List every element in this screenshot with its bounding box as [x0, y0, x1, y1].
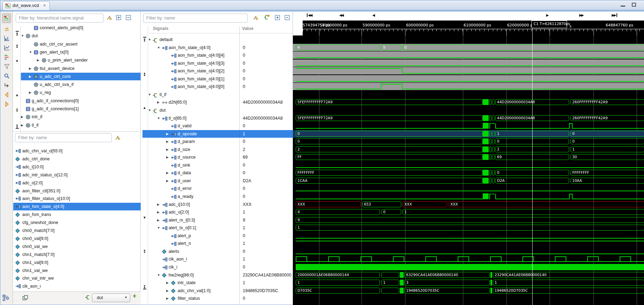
wave-row-aon-fsm-state-o404[interactable]: [293, 51, 644, 59]
signal-row-adc-o20[interactable]: ▶adc_o[2:0]1: [141, 208, 293, 216]
wave-ruler[interactable]: 574394757 ps580000000 ps590000000 ps6000…: [303, 21, 644, 35]
tree-item-tl-if[interactable]: ▶tl_if: [21, 121, 141, 129]
signal-row-alert-tx-o01[interactable]: ▼alert_tx_o[0:1]1: [141, 224, 293, 232]
list-item-adc-o20[interactable]: adc_o[2:0]: [13, 179, 141, 187]
maximize-button[interactable]: [632, 3, 636, 7]
tree-item-gen-alert-tx0[interactable]: ▼Ggen_alert_tx[0]: [21, 48, 141, 56]
expander-down-icon[interactable]: ▼: [157, 224, 161, 232]
jump-pgdn-button[interactable]: ▼▼: [14, 109, 20, 114]
tree-item-g-adc-if-connections1[interactable]: Gg_adc_if_connections[1]: [21, 105, 141, 113]
list-item-adc-chn-val-o550[interactable]: adc_chn_val_o[55:0]: [13, 147, 141, 155]
magnifier-icon[interactable]: [2, 71, 11, 80]
signal-row-aon-fsm-state-o401[interactable]: aon_fsm_state_o[4:0][1]0: [141, 75, 293, 83]
signal-row-alert-n[interactable]: alert_n1: [141, 240, 293, 247]
signal-row-clk-i[interactable]: clk_i0: [141, 263, 293, 271]
list-item-chn0-match70[interactable]: chn0_match[7:0]: [13, 227, 141, 234]
new-group-icon[interactable]: [85, 295, 90, 301]
wave-row-d-size[interactable]: 221: [293, 146, 644, 153]
wave-row-alert-p[interactable]: [293, 232, 644, 240]
expander-right-icon[interactable]: ▶: [29, 65, 33, 72]
expander-right-icon[interactable]: ▶: [37, 56, 41, 64]
wave-row-adc-i100[interactable]: XXX653XXXXXX: [293, 201, 644, 208]
wave-row-clk-aon-i[interactable]: [293, 255, 644, 263]
list-item-aon-fsm-trans[interactable]: aon_fsm_trans: [13, 211, 141, 218]
tree-item-intr-if[interactable]: ▶intr_if: [21, 113, 141, 121]
expander-down-icon[interactable]: ▼: [148, 106, 152, 114]
expander-right-icon[interactable]: ▶: [166, 169, 170, 177]
signal-row-aon-fsm-state-o400[interactable]: aon_fsm_state_o[4:0][0]0: [141, 83, 293, 90]
signals-filter-input[interactable]: [143, 14, 248, 23]
expander-down-icon[interactable]: ▼: [148, 91, 152, 98]
list-item-cfg-oneshot-done[interactable]: cfg_oneshot_done: [13, 219, 141, 226]
wave-row-d-user[interactable]: 1CAAD2A10AA: [293, 177, 644, 185]
expander-right-icon[interactable]: ▶: [166, 279, 170, 287]
list-item-chn1-val90[interactable]: chn1_val[9:0]: [13, 259, 141, 266]
expander-right-icon[interactable]: ▶: [166, 153, 170, 161]
jump-pgup-button[interactable]: ▲▲: [14, 44, 20, 50]
prev-edge-icon[interactable]: [2, 90, 11, 99]
collapse-all-icon[interactable]: [285, 15, 290, 21]
tree-item-u-prim-alert-sender[interactable]: ▶u_prim_alert_sender: [21, 56, 141, 64]
scope-combobox[interactable]: dut ▾: [92, 294, 130, 302]
signal-row-alerts[interactable]: alerts0: [141, 248, 293, 255]
signal-row-tl-if[interactable]: ▼tl_if: [141, 91, 293, 98]
tree-item-u-adc-ctrl-core[interactable]: ▶u_adc_ctrl_core: [21, 73, 141, 80]
wave-row-d-source[interactable]: FF6930: [293, 153, 644, 161]
expand-all-icon[interactable]: [116, 15, 121, 21]
list-item-aon-filter-ctl3510[interactable]: aon_filter_ctl[351:0]: [13, 187, 141, 195]
wave-editor-icon[interactable]: [2, 14, 11, 23]
add-group-icon[interactable]: [264, 15, 270, 21]
signal-row-d-opcode[interactable]: ▶d_opcode1: [141, 130, 293, 138]
signal-row-d-data[interactable]: ▶d_data0: [141, 169, 293, 177]
signal-row-d-sink[interactable]: d_sink0: [141, 161, 293, 169]
collapse-all-icon[interactable]: [126, 15, 131, 21]
signal-row-alert-rx-i03[interactable]: ▶alert_rx_i[0:3]9: [141, 216, 293, 224]
jump-top-button[interactable]: ▲▲: [14, 31, 20, 37]
expander-right-icon[interactable]: ▶: [166, 146, 170, 153]
tree-item-u-reg[interactable]: ▶u_reg: [21, 89, 141, 96]
tree-item-dut[interactable]: ▼dut: [21, 32, 141, 40]
wave-row-dut[interactable]: [293, 106, 644, 114]
signal-row-adc-i100[interactable]: ▶adc_i[10:0]XXX: [141, 201, 293, 208]
expander-right-icon[interactable]: ▶: [166, 295, 170, 302]
list-item-adc-i100[interactable]: adc_i[10:0]: [13, 163, 141, 171]
wave-row-d-valid[interactable]: [293, 122, 644, 130]
expander-right-icon[interactable]: ▶: [166, 177, 170, 185]
expander-right-icon[interactable]: ▶: [166, 287, 170, 295]
signal-row-d-user[interactable]: ▶d_userD2A: [141, 177, 293, 185]
expander-right-icon[interactable]: ▶: [166, 130, 170, 138]
expander-right-icon[interactable]: ▶: [29, 73, 33, 80]
expander-right-icon[interactable]: ▶: [157, 201, 161, 208]
wave-row-tl-o650[interactable]: 5FEFFFFFFFFF72A944D20000000034A8260FFFFF…: [293, 114, 644, 122]
expander-down-icon[interactable]: ▼: [157, 114, 161, 122]
wave-row-adc-o20[interactable]: 401: [293, 208, 644, 216]
expander-down-icon[interactable]: ▼: [29, 48, 33, 56]
signal-colors-icon[interactable]: [2, 53, 11, 62]
nav-fast-back-button[interactable]: ◀◀: [339, 13, 343, 17]
close-tab-icon[interactable]: ×: [43, 3, 46, 8]
signal-row-d-error[interactable]: d_error0: [141, 185, 293, 192]
next-edge-icon[interactable]: [2, 99, 11, 109]
list-item-chn-val-intr-we[interactable]: chn_val_intr_we: [13, 274, 141, 282]
cursor-line[interactable]: [532, 28, 533, 305]
signal-row-aon-fsm-state-o404[interactable]: aon_fsm_state_o[4:0][4]0: [141, 51, 293, 59]
signal-filter-input[interactable]: [15, 133, 112, 142]
list-item-chn1-val-we[interactable]: chn1_val_we: [13, 267, 141, 274]
chart-bars-icon[interactable]: [2, 34, 11, 43]
add-plus-icon[interactable]: +: [133, 292, 137, 300]
list-item-chn1-match70[interactable]: chn1_match[7:0]: [13, 251, 141, 258]
signal-row-d-valid[interactable]: d_valid0: [141, 122, 293, 130]
list-item-aon-fsm-state-o40[interactable]: aon_fsm_state_o[4:0]: [13, 203, 141, 210]
expander-right-icon[interactable]: ▶: [166, 138, 170, 145]
signal-row-intr-state[interactable]: ▶intr_state1: [141, 279, 293, 287]
wave-row-a-ready[interactable]: [293, 193, 644, 200]
wave-row-d-data[interactable]: FFFFFFFF0FFFFFFFF: [293, 169, 644, 177]
expander-right-icon[interactable]: ▶: [21, 113, 25, 121]
broom-icon[interactable]: [115, 135, 121, 142]
expander-right-icon[interactable]: ▶: [29, 89, 33, 96]
expand-all-icon[interactable]: [275, 15, 280, 21]
signal-row-a-ready[interactable]: a_ready0: [141, 193, 293, 200]
wave-row-aon-fsm-state-o403[interactable]: [293, 59, 644, 67]
hierarchy-filter-input[interactable]: [16, 14, 103, 23]
signal-row-aon-fsm-state-o403[interactable]: aon_fsm_state_o[4:0][3]0: [141, 59, 293, 67]
